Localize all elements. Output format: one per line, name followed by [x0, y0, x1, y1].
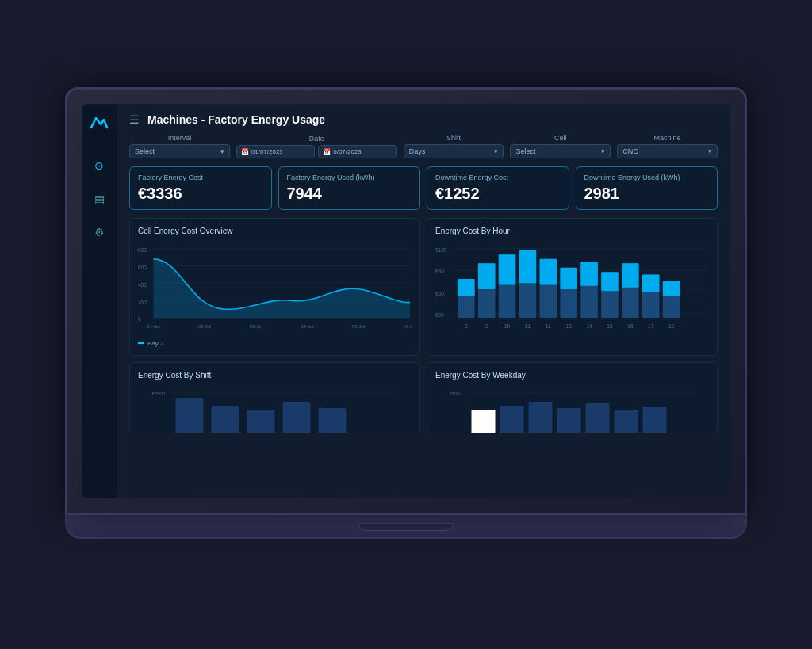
kpi-card-3: Downtime Energy Used (kWh) 2981	[576, 166, 718, 210]
kpi-label-0: Factory Energy Cost	[138, 174, 263, 181]
main-content: ☰ Machines - Factory Energy Usage Interv…	[117, 104, 730, 498]
kpi-label-1: Factory Energy Used (kWh)	[287, 174, 412, 181]
legend-label: Bay 2	[147, 340, 163, 347]
kpi-row: Factory Energy Cost €3336 Factory Energy…	[129, 166, 718, 210]
cell-label: Cell	[510, 134, 611, 142]
interval-select[interactable]: Select ▾	[129, 144, 230, 158]
weekday-chart-title: Energy Cost By Weekday	[435, 371, 709, 380]
date-label: Date	[236, 135, 397, 143]
area-chart-card: Cell Energy Cost Overview 800 600 400 20…	[129, 218, 420, 356]
cell-select[interactable]: Select ▾	[510, 144, 611, 158]
svg-rect-61	[247, 410, 275, 433]
area-chart-legend: Bay 2	[138, 340, 412, 347]
gauge-icon[interactable]: ⊙	[90, 155, 108, 176]
app-logo	[90, 113, 109, 136]
svg-rect-68	[529, 402, 553, 433]
bar-chart-hour: €120 €90 €60 €30	[435, 242, 709, 337]
svg-rect-29	[499, 254, 516, 284]
svg-text:16: 16	[627, 323, 634, 329]
header: ☰ Machines - Factory Energy Usage	[129, 113, 718, 126]
svg-rect-41	[622, 263, 639, 288]
machine-filter: Machine CNC ▾	[617, 134, 718, 158]
svg-text:€2500: €2500	[152, 391, 166, 396]
svg-text:400: 400	[138, 281, 147, 287]
svg-text:12: 12	[546, 323, 552, 329]
svg-text:18: 18	[668, 323, 675, 329]
svg-rect-35	[560, 267, 577, 288]
svg-text:17: 17	[648, 323, 654, 329]
chevron-down-icon: ▾	[601, 147, 605, 155]
machine-select[interactable]: CNC ▾	[617, 144, 718, 158]
svg-rect-66	[472, 410, 496, 433]
kpi-card-0: Factory Energy Cost €3336	[129, 166, 272, 210]
kpi-card-2: Downtime Energy Cost €1252	[427, 166, 569, 210]
charts-row: Cell Energy Cost Overview 800 600 400 20…	[129, 218, 718, 356]
svg-text:600: 600	[138, 264, 147, 269]
svg-text:€500: €500	[450, 391, 461, 396]
chevron-down-icon: ▾	[220, 147, 224, 155]
shift-filter: Shift Days ▾	[404, 134, 504, 158]
svg-text:05-Jul: 05-Jul	[352, 324, 365, 329]
svg-text:8: 8	[465, 323, 468, 329]
kpi-value-3: 2981	[584, 185, 710, 203]
shift-label: Shift	[404, 134, 504, 142]
svg-rect-69	[557, 408, 581, 433]
svg-text:01-Jul: 01-Jul	[147, 324, 159, 329]
bar-chart-hour-card: Energy Cost By Hour €120 €90 €60 €30	[427, 218, 718, 356]
svg-rect-39	[601, 272, 619, 291]
svg-rect-60	[212, 406, 239, 433]
svg-rect-62	[283, 402, 311, 433]
weekday-chart-card: Energy Cost By Weekday €500	[427, 362, 718, 433]
legend-line	[138, 342, 144, 344]
svg-rect-25	[458, 278, 475, 296]
bar-chart-hour-title: Energy Cost By Hour	[435, 227, 709, 235]
svg-text:10: 10	[504, 323, 511, 329]
kpi-value-2: €1252	[435, 185, 561, 203]
date-from-input[interactable]: 📅 01/07/2023	[236, 145, 315, 158]
kpi-value-0: €3336	[138, 185, 263, 203]
chevron-down-icon: ▾	[708, 147, 712, 155]
menu-icon[interactable]: ☰	[129, 113, 140, 126]
bottom-charts-row: Energy Cost By Shift €2500	[129, 362, 718, 433]
calendar-icon: 📅	[323, 148, 331, 155]
svg-text:200: 200	[138, 299, 147, 304]
interval-label: Interval	[129, 134, 230, 142]
svg-text:€90: €90	[435, 269, 444, 274]
svg-rect-45	[663, 281, 680, 296]
svg-text:€120: €120	[435, 247, 447, 253]
settings-icon[interactable]: ⚙	[90, 222, 109, 242]
chevron-down-icon: ▾	[494, 147, 498, 155]
cell-filter: Cell Select ▾	[510, 134, 611, 158]
svg-rect-71	[615, 410, 638, 433]
svg-rect-59	[176, 398, 204, 433]
svg-text:9: 9	[485, 323, 488, 329]
date-to-input[interactable]: 📅 6/07/2023	[318, 145, 396, 158]
svg-rect-27	[478, 263, 496, 289]
sidebar: ⊙ ▤ ⚙	[82, 104, 117, 498]
shift-chart-card: Energy Cost By Shift €2500	[129, 362, 420, 433]
machine-label: Machine	[617, 134, 718, 142]
svg-text:14: 14	[586, 323, 592, 329]
interval-filter: Interval Select ▾	[129, 134, 230, 158]
date-range: 📅 01/07/2023 📅 6/07/2023	[236, 145, 397, 158]
svg-text:11: 11	[525, 323, 531, 329]
svg-rect-37	[580, 262, 598, 286]
kpi-label-2: Downtime Energy Cost	[435, 174, 561, 181]
area-chart-title: Cell Energy Cost Overview	[138, 227, 412, 235]
svg-text:13: 13	[566, 323, 573, 329]
shift-chart-title: Energy Cost By Shift	[138, 371, 412, 380]
kpi-card-1: Factory Energy Used (kWh) 7944	[278, 166, 421, 210]
svg-rect-31	[519, 250, 537, 282]
page-title: Machines - Factory Energy Usage	[147, 113, 325, 126]
date-filter: Date 📅 01/07/2023 📅 6/07/2023	[236, 135, 397, 158]
svg-text:06-Jul: 06-Jul	[404, 324, 412, 329]
svg-text:02-Jul: 02-Jul	[198, 324, 211, 329]
svg-text:03-Jul: 03-Jul	[250, 324, 262, 329]
svg-text:15: 15	[607, 323, 613, 329]
svg-rect-63	[319, 408, 347, 433]
document-icon[interactable]: ▤	[90, 189, 109, 209]
shift-select[interactable]: Days ▾	[404, 144, 504, 158]
svg-text:€60: €60	[435, 290, 444, 296]
svg-text:800: 800	[138, 247, 147, 253]
calendar-icon: 📅	[241, 148, 249, 155]
